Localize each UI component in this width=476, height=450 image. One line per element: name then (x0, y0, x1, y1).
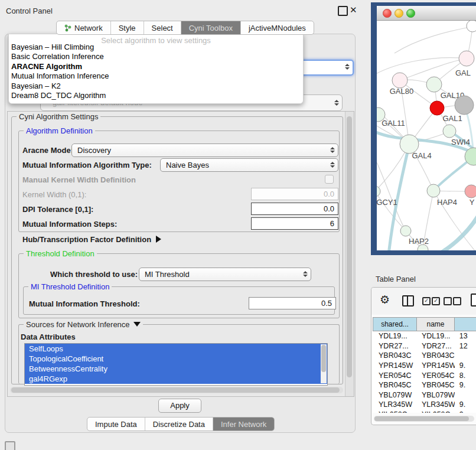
attribute-list-item[interactable]: gal4RGexp (25, 374, 327, 384)
document-icon[interactable] (471, 294, 476, 306)
network-node[interactable] (467, 21, 476, 32)
network-window-inner: GALGAL80GAL10GAL1GAL11SWI4GAL4GCY1HAP4YH… (377, 6, 476, 250)
table-cell: YBL079W (417, 391, 455, 399)
minimize-window-button[interactable] (395, 9, 403, 18)
mi-threshold-group-title: MI Threshold Definition (28, 282, 112, 291)
sources-group-toggle[interactable]: Sources for Network Inference (24, 320, 143, 329)
table-row[interactable]: YLR345WYLR345W9. (373, 400, 476, 410)
float-panel-button[interactable] (338, 6, 348, 16)
table-cell: YLR345W (373, 400, 417, 409)
scrollbar-thumb[interactable] (347, 116, 352, 377)
network-node-gal80[interactable] (392, 73, 407, 88)
table-cell: YER054C (417, 371, 455, 380)
attribute-list-item[interactable]: SelfLoops (25, 344, 327, 354)
minimized-panel-icon[interactable] (5, 441, 15, 450)
dropdown-item[interactable]: ARACNE Algorithm (11, 62, 82, 71)
column-header[interactable] (455, 317, 476, 331)
manual-kernel-checkbox[interactable] (325, 175, 334, 184)
tab-network[interactable]: Network (57, 21, 111, 34)
column-header[interactable]: shared... (373, 317, 417, 331)
checked-checkbox-icon[interactable]: ✓ (432, 297, 440, 305)
node-label: GAL1 (442, 114, 462, 123)
table-horizontal-scrollbar[interactable] (374, 416, 474, 422)
dropdown-item[interactable]: Bayesian – K2 (11, 81, 61, 91)
unchecked-checkbox-icon[interactable] (453, 297, 461, 305)
network-node-gal[interactable] (459, 51, 474, 66)
table-cell: YPR145W (417, 361, 455, 370)
unchecked-checkbox-icon[interactable] (444, 297, 452, 305)
control-panel-title: Control Panel (6, 6, 53, 15)
network-node-hap4[interactable] (427, 184, 440, 197)
dropdown-item[interactable]: Basic Correlation Inference (11, 52, 104, 61)
table-row[interactable]: YBL079WYBL079W (373, 390, 476, 400)
tab-label: Infer Network (221, 420, 266, 429)
tab-select[interactable]: Select (144, 21, 181, 34)
scrollbar-thumb[interactable] (374, 416, 469, 421)
hub-definition-toggle[interactable]: Hub/Transcription Factor Definition (22, 235, 161, 244)
mi-threshold-field[interactable]: 0.5 (249, 297, 336, 309)
network-node-gcy1[interactable] (377, 186, 380, 197)
network-window-titlebar[interactable] (377, 6, 476, 21)
scrollbar-thumb[interactable] (321, 345, 326, 372)
checked-checkbox-icon[interactable]: ✓ (422, 297, 431, 305)
tab-style[interactable]: Style (111, 21, 144, 34)
settings-vertical-scrollbar[interactable] (345, 112, 354, 396)
close-panel-icon[interactable]: ✕ (350, 5, 357, 15)
node-label: GAL (455, 69, 471, 77)
network-node-hap2[interactable] (400, 226, 411, 236)
table-row[interactable]: YBR043CYBR043C (373, 351, 476, 361)
tab-label: Discretize Data (153, 420, 205, 429)
table-cell: YDL19... (373, 332, 417, 340)
kernel-width-field[interactable]: 0.0 (251, 188, 338, 200)
table-cell: YLR345W (417, 400, 455, 409)
algorithm-dropdown-popup: Select algorithm to view settings Bayesi… (8, 34, 304, 104)
close-window-button[interactable] (383, 9, 392, 18)
table-row[interactable]: YDL19...YDL19...13 (373, 331, 476, 341)
mi-type-combo[interactable]: Naive Bayes (160, 158, 338, 172)
kernel-width-label: Kernel Width (0,1): (22, 190, 86, 199)
network-node[interactable] (443, 125, 456, 138)
table-row[interactable]: YBR045CYBR045C9. (373, 380, 476, 390)
attribute-items: SelfLoopsTopologicalCoefficientBetweenne… (25, 344, 327, 384)
network-node[interactable] (455, 96, 474, 115)
algorithm-definition-title: Algorithm Definition (24, 126, 95, 135)
gear-icon[interactable]: ⚙ (380, 294, 390, 306)
tab-infer-network[interactable]: Infer Network (213, 418, 274, 431)
tab-impute-data[interactable]: Impute Data (87, 418, 145, 431)
settings-horizontal-scrollbar[interactable] (10, 387, 343, 393)
combo-stepper-icon (329, 145, 335, 155)
aracne-mode-combo[interactable]: Discovery (71, 144, 338, 157)
table-row[interactable]: YER054CYER054C8. (373, 370, 476, 380)
table-cell: YDR27... (373, 342, 417, 350)
dpi-tolerance-label: DPI Tolerance [0,1]: (22, 205, 93, 214)
network-node-y[interactable] (465, 185, 476, 198)
column-header[interactable]: name (417, 317, 455, 331)
dropdown-item[interactable]: Mutual Information Inference (11, 71, 109, 81)
apply-button[interactable]: Apply (158, 399, 201, 413)
dropdown-item[interactable]: Bayesian – Hill Climbing (11, 43, 94, 52)
node-label: GAL80 (390, 87, 413, 96)
table-cell: YBR043C (417, 351, 455, 360)
dropdown-item[interactable]: Dream8 DC_TDC Algorithm (11, 91, 106, 100)
mi-steps-field[interactable]: 6 (251, 217, 338, 230)
tab-jactivemnodules[interactable]: jActiveMNodules (241, 21, 314, 34)
attributes-list-scrollbar[interactable] (321, 344, 327, 383)
table-cell: YER054C (373, 371, 417, 380)
column-layout-icon[interactable] (402, 295, 414, 306)
attribute-list-item[interactable]: BetweennessCentrality (25, 364, 327, 374)
network-node-gal10[interactable] (426, 77, 442, 92)
dpi-tolerance-field[interactable]: 0.0 (251, 203, 338, 215)
node-label: GCY1 (377, 198, 397, 207)
scrollbar-thumb[interactable] (11, 387, 340, 393)
table-row[interactable]: YPR145WYPR145W9. (373, 361, 476, 371)
network-canvas[interactable]: GALGAL80GAL10GAL1GAL11SWI4GAL4GCY1HAP4YH… (377, 21, 476, 250)
tab-discretize-data[interactable]: Discretize Data (145, 418, 213, 431)
zoom-window-button[interactable] (406, 9, 415, 18)
attribute-list-item[interactable]: TopologicalCoefficient (25, 354, 327, 364)
table-row[interactable]: YIL052CYIL052C9. (373, 410, 476, 413)
which-threshold-combo[interactable]: MI Threshold (139, 268, 311, 281)
tab-cyni-toolbox[interactable]: Cyni Toolbox (181, 21, 241, 34)
network-node-gal1[interactable] (430, 101, 444, 115)
table-cell: YBR045C (373, 381, 417, 389)
table-row[interactable]: YDR27...YDR27...12 (373, 341, 476, 351)
